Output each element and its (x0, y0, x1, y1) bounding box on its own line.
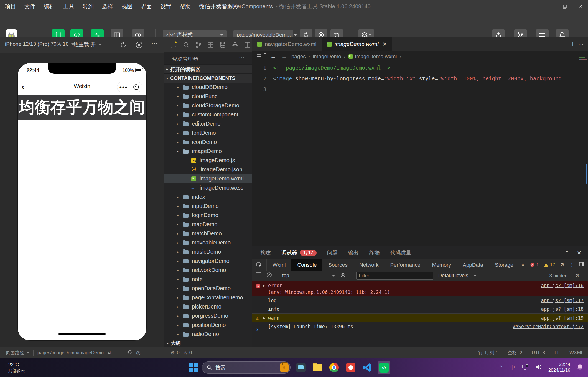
devtools-tab[interactable]: Memory (426, 259, 457, 271)
menu-item[interactable]: 视图 (121, 3, 133, 10)
tray-clock[interactable]: 22:44 2024/11/16 (548, 362, 570, 373)
source-link[interactable]: app.js? [sm]:19 (541, 315, 584, 321)
execution-context-select[interactable]: top (282, 273, 335, 279)
devtools-tab[interactable]: Sources (322, 259, 353, 271)
tree-item[interactable]: imageDemo.js (164, 156, 252, 165)
taskbar-app-chrome[interactable] (328, 361, 340, 374)
nav-forward-icon[interactable]: → (281, 53, 287, 60)
network-display-icon[interactable] (522, 364, 528, 371)
nav-back-icon[interactable]: ← (270, 53, 276, 60)
menu-item[interactable]: 工具 (63, 3, 74, 10)
minimize-button[interactable] (541, 0, 557, 13)
statusbar-item[interactable]: WXML (569, 350, 584, 356)
code-line[interactable]: 1<!--pages/imageDemo/imageDemo.wxml--> (252, 62, 588, 73)
tree-item[interactable]: imageDemo.wxml (164, 174, 252, 183)
tree-item[interactable]: pageContainerDemo (164, 293, 252, 302)
tree-item[interactable]: positionDemo (164, 320, 252, 330)
menu-item[interactable]: 微信开发者工具 (199, 3, 238, 10)
demo-image[interactable]: 均衡存乎万物之间 (18, 95, 146, 120)
notification-bell-icon[interactable] (577, 364, 583, 371)
console-settings-icon[interactable]: ⚙ (575, 272, 580, 279)
outline-section[interactable]: ▸ 大纲 (164, 339, 252, 347)
console-message-row[interactable]: ▶ log app.js? [sm]:17 (252, 296, 588, 305)
tree-item[interactable]: inputDemo (164, 202, 252, 211)
windows-start-button[interactable] (189, 363, 198, 372)
inspect-element-icon[interactable] (252, 259, 267, 271)
tree-item[interactable]: musicDemo (164, 247, 252, 256)
expand-caret-icon[interactable]: ▶ (263, 316, 268, 320)
menu-item[interactable]: 帮助 (180, 3, 191, 10)
taskbar-app-file-explorer[interactable] (311, 361, 324, 374)
dock-side-icon[interactable] (579, 262, 584, 268)
debugger-tab[interactable]: 代码质量 (390, 246, 411, 259)
breadcrumb-imageDemo[interactable]: imageDemo (313, 54, 341, 60)
tree-item[interactable]: mapDemo (164, 220, 252, 229)
tree-item[interactable]: pickerDemo (164, 302, 252, 311)
close-tab-icon[interactable]: ✕ (383, 41, 387, 47)
devtools-settings-icon[interactable]: ⚙ (560, 262, 564, 268)
breadcrumb-more[interactable]: ... (404, 54, 408, 60)
code-lines[interactable]: 1<!--pages/imageDemo/imageDemo.wxml-->2<… (252, 62, 588, 246)
breadcrumb-file[interactable]: imageDemo.wxml (348, 54, 397, 60)
page-path-select[interactable]: 页面路径 (6, 350, 29, 356)
restart-button[interactable] (120, 41, 127, 50)
tray-chevron-icon[interactable]: ⌃ (499, 365, 503, 371)
menu-item[interactable]: 项目 (5, 3, 16, 10)
menu-item[interactable]: 选择 (102, 3, 113, 10)
console-prompt[interactable]: › (252, 324, 588, 335)
taskbar-app-vscode[interactable] (361, 361, 374, 374)
files-icon[interactable] (170, 41, 177, 49)
taskbar-weather[interactable]: 22°C 局部多云 (0, 362, 25, 373)
statusbar-bug-icon[interactable] (127, 349, 132, 356)
debugger-tab[interactable]: 输出 (348, 246, 359, 259)
minimap[interactable] (579, 55, 587, 68)
outline-list-icon[interactable]: ☰ (256, 53, 261, 60)
console-message-row[interactable]: ▶ error app.js? [sm]:16 (env: Windows,mp… (252, 281, 588, 296)
devtools-tab[interactable]: Console (291, 259, 322, 271)
current-page-path[interactable]: pages/imageDemo/imageDemo (37, 350, 104, 356)
bookmark-icon[interactable]: ⎴ (264, 53, 266, 60)
maximize-button[interactable] (557, 0, 572, 13)
taskbar-app-red[interactable] (344, 361, 357, 374)
tree-item[interactable]: imageDemo.json (164, 165, 252, 174)
tree-item[interactable]: imageDemo (164, 147, 252, 156)
menu-item[interactable]: 转到 (83, 3, 94, 10)
tree-item[interactable]: imageDemo.wxss (164, 183, 252, 192)
tree-item[interactable]: networkDomo (164, 266, 252, 275)
expand-caret-icon[interactable]: ▶ (263, 284, 268, 287)
hidden-messages-label[interactable]: 3 hidden (549, 273, 567, 279)
statusbar-item[interactable]: 行 1, 列 1 (478, 350, 498, 356)
tab-imageDemo[interactable]: imageDemo.wxml ✕ (322, 37, 392, 51)
tree-item[interactable]: openDataDemo (164, 284, 252, 293)
breadcrumb-pages[interactable]: pages (291, 54, 306, 60)
tree-item[interactable]: fontDemo (164, 128, 252, 137)
more-actions-icon[interactable]: ⋯ (578, 41, 584, 47)
tree-item[interactable]: matchDemo (164, 229, 252, 238)
statusbar-item[interactable]: LF (554, 350, 560, 356)
tree-item[interactable]: cloudDBDemo (164, 83, 252, 92)
menu-item[interactable]: 文件 (24, 3, 35, 10)
debugger-tab[interactable]: 终端 (369, 246, 380, 259)
taskbar-app-widgets[interactable] (294, 361, 307, 374)
source-link[interactable]: app.js? [sm]:16 (541, 283, 584, 288)
taskbar-app-wechat-devtools[interactable]: ‹/› (378, 361, 390, 374)
docker-icon[interactable] (232, 42, 238, 48)
console-sidebar-icon[interactable] (256, 272, 261, 279)
console-message-row[interactable]: ▶ info app.js? [sm]:18 (252, 305, 588, 314)
source-link[interactable]: app.js? [sm]:18 (541, 306, 584, 312)
statusbar-item[interactable]: 空格: 2 (508, 350, 522, 356)
scrollbar-indicator[interactable] (586, 164, 587, 184)
live-expression-eye-icon[interactable] (340, 273, 346, 279)
tree-item[interactable]: iconDemo (164, 137, 252, 147)
devtools-tab[interactable]: Network (353, 259, 385, 271)
statusbar-item[interactable]: UTF-8 (532, 350, 545, 356)
project-root-section[interactable]: ▾ CONTAINERCOMPONENTS (164, 73, 252, 83)
capsule-close-icon[interactable] (130, 84, 142, 90)
search-icon[interactable] (183, 42, 190, 48)
tree-item[interactable]: editorDemo (164, 119, 252, 128)
tab-overflow-icon[interactable]: » (519, 262, 526, 268)
console-filter-input[interactable] (356, 272, 433, 280)
debugger-tab[interactable]: 调试器 1, 17 (281, 246, 317, 259)
clear-console-icon[interactable] (266, 272, 272, 279)
split-panel-icon[interactable] (245, 42, 251, 48)
